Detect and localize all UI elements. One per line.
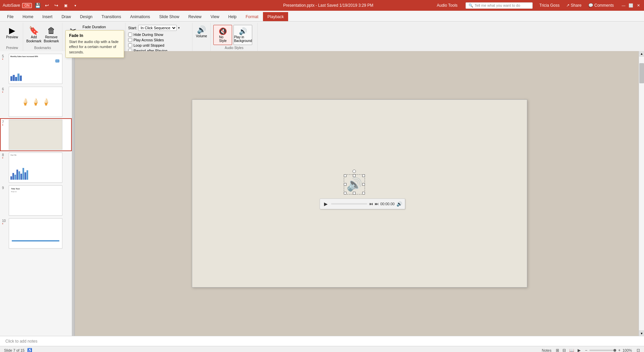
tab-slide-show[interactable]: Slide Show (155, 12, 183, 21)
start-select[interactable]: In Click Sequence Automatically When Cli… (138, 25, 177, 31)
slide9-title: Title Text (11, 188, 60, 190)
scroll-track (639, 56, 644, 331)
volume-button[interactable]: 🔊 Volume (195, 25, 208, 39)
zoom-percent[interactable]: 100% (623, 348, 633, 352)
window-controls: — ⬜ ✕ (621, 2, 641, 8)
play-across-slides-checkbox[interactable] (128, 38, 132, 42)
audio-skip-forward-icon[interactable]: ⏭ (375, 202, 379, 206)
search-icon: 🔍 (469, 3, 473, 8)
slide-info: Slide 7 of 15 (4, 348, 24, 352)
audio-styles-content: 🔇 NoStyle 🔊 Play inBackground (213, 24, 252, 46)
play-background-icon: 🔊 (239, 27, 247, 35)
redo-icon[interactable]: ↪ (53, 2, 60, 9)
bookmarks-group-content: 🔖 AddBookmark 🗑 RemoveBookmark (26, 24, 59, 46)
reading-view-icon[interactable]: 📖 (568, 348, 575, 352)
handle-br[interactable] (362, 192, 365, 194)
slideshow-view-icon[interactable]: ▶ (577, 348, 582, 352)
handle-tm[interactable] (353, 174, 356, 177)
audio-options-group: Start: In Click Sequence Automatically W… (125, 23, 193, 51)
slide-item-8[interactable]: 8 * Chart Title (0, 151, 72, 184)
tab-help[interactable]: Help (224, 12, 241, 21)
title-bar: AutoSave ON 💾 ↩ ↪ ▣ ▾ Presentation.pptx … (0, 0, 644, 11)
fit-slide-button[interactable]: ⊡ (637, 348, 640, 352)
rotate-handle[interactable] (353, 170, 356, 173)
handle-ml[interactable] (344, 183, 346, 186)
audio-speaker-icon: 🔊 (346, 177, 362, 192)
play-background-label: Play inBackground (234, 35, 252, 43)
share-button[interactable]: ↗ Share (566, 3, 581, 8)
minimize-button[interactable]: — (621, 2, 627, 8)
notes-bar[interactable]: Click to add notes (0, 336, 644, 346)
present-icon[interactable]: ▣ (62, 2, 69, 9)
tab-animations[interactable]: Animations (126, 12, 154, 21)
preview-icon: ▶ (9, 26, 15, 35)
audio-skip-back-icon[interactable]: ⏮ (369, 202, 373, 206)
vertical-scrollbar[interactable]: ▲ ▼ (639, 51, 644, 336)
title-bar-left: AutoSave ON 💾 ↩ ↪ ▣ ▾ (3, 2, 220, 9)
tab-home[interactable]: Home (18, 12, 38, 21)
tell-me-box[interactable]: 🔍 Tell me what you want to do (466, 2, 533, 9)
slide-item-5[interactable]: 5 * Monthly Sales have increased 60% 60% (0, 52, 72, 85)
tab-draw[interactable]: Draw (57, 12, 75, 21)
slide-item-10[interactable]: 10 * (0, 217, 72, 250)
add-bookmark-button[interactable]: 🔖 AddBookmark (26, 25, 42, 44)
tab-insert[interactable]: Insert (38, 12, 57, 21)
loop-until-stopped-checkbox[interactable] (128, 43, 132, 47)
status-right: Notes ⊞ ⊟ 📖 ▶ − + 100% ⊡ (542, 348, 640, 352)
hide-during-show-checkbox[interactable] (128, 33, 132, 37)
tab-view[interactable]: View (206, 12, 224, 21)
tab-file[interactable]: File (3, 12, 18, 21)
slide-thumb-5: Monthly Sales have increased 60% 60% (9, 54, 62, 84)
play-background-button[interactable]: 🔊 Play inBackground (233, 25, 252, 45)
audio-player-bar: ▶ ⏮ ⏭ 00:00.00 🔊 (320, 199, 405, 209)
scroll-thumb[interactable] (639, 63, 644, 83)
audio-play-button[interactable]: ▶ (323, 201, 329, 207)
zoom-slider-thumb[interactable] (613, 349, 616, 352)
slide-sorter-icon[interactable]: ⊟ (561, 348, 567, 352)
handle-bm[interactable] (353, 192, 356, 194)
slide-item-6[interactable]: 6 * 🍦 🍦 🍦 (0, 85, 72, 118)
tab-format[interactable]: Format (241, 12, 263, 21)
scroll-up-button[interactable]: ▲ (639, 51, 644, 56)
audio-progress-bar[interactable] (331, 203, 367, 205)
zoom-in-button[interactable]: + (618, 348, 621, 352)
view-icons: ⊞ ⊟ 📖 ▶ (555, 348, 582, 352)
play-across-slides-label: Play Across Slides (133, 38, 164, 42)
handle-mr[interactable] (362, 183, 365, 186)
slide-star-5: * (2, 58, 5, 62)
comments-button[interactable]: 💬 Comments (588, 3, 614, 8)
handle-tr[interactable] (362, 174, 365, 177)
scroll-down-button[interactable]: ▼ (639, 331, 644, 336)
handle-bl[interactable] (344, 192, 346, 194)
zoom-slider[interactable] (589, 350, 616, 351)
volume-group: 🔊 Volume (193, 23, 211, 51)
tab-design[interactable]: Design (75, 12, 97, 21)
undo-icon[interactable]: ↩ (43, 2, 51, 9)
context-tab-label: Audio Tools (437, 3, 458, 8)
qat-dropdown[interactable]: ▾ (71, 2, 79, 9)
handle-tl[interactable] (344, 174, 346, 177)
volume-group-label (195, 50, 208, 50)
slide-star-8: * (2, 157, 5, 161)
bookmarks-group-label: Bookmarks (26, 46, 59, 50)
normal-view-icon[interactable]: ⊞ (555, 348, 560, 352)
audio-volume-icon[interactable]: 🔊 (396, 201, 402, 207)
status-left: Slide 7 of 15 ♿ (4, 348, 542, 352)
slide-item-7[interactable]: 7 * (0, 118, 72, 151)
slide-item-9[interactable]: 9 Title Text Body text (0, 184, 72, 217)
remove-bookmark-button[interactable]: 🗑 RemoveBookmark (43, 25, 59, 44)
no-style-button[interactable]: 🔇 NoStyle (213, 25, 232, 45)
zoom-out-button[interactable]: − (585, 348, 587, 352)
tab-playback[interactable]: Playback (263, 12, 288, 21)
autosave-toggle[interactable]: ON (22, 3, 32, 8)
tooltip-body: Start the audio clip with a fade effect … (69, 39, 120, 55)
audio-element[interactable]: 🔊 ▶ ⏮ ⏭ 00:00.00 🔊 (346, 177, 362, 192)
save-icon[interactable]: 💾 (34, 2, 41, 9)
audio-styles-group: 🔇 NoStyle 🔊 Play inBackground Audio Styl… (211, 23, 258, 51)
close-button[interactable]: ✕ (635, 2, 641, 8)
tab-transitions[interactable]: Transitions (97, 12, 125, 21)
notes-label[interactable]: Notes (542, 348, 551, 352)
tab-review[interactable]: Review (184, 12, 206, 21)
preview-button[interactable]: ▶ Preview (4, 25, 20, 40)
restore-button[interactable]: ⬜ (628, 2, 634, 8)
